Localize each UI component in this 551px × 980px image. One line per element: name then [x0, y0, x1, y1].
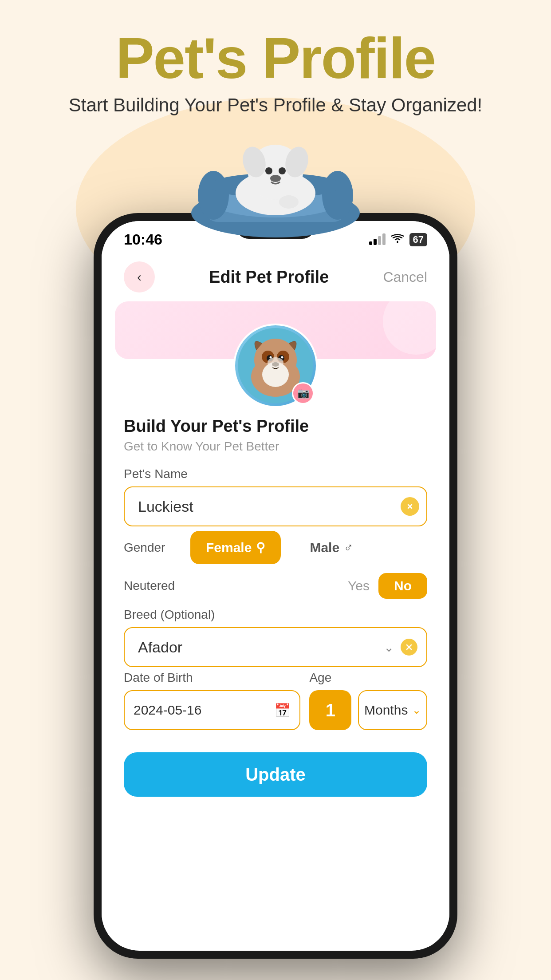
- svg-point-25: [268, 357, 283, 368]
- dob-value: 2024-05-16: [134, 703, 201, 718]
- cancel-button[interactable]: Cancel: [383, 269, 427, 285]
- age-unit-dropdown[interactable]: Months ⌄: [358, 690, 427, 730]
- nav-title: Edit Pet Profile: [209, 268, 329, 287]
- app-content: ‹ Edit Pet Profile Cancel: [102, 253, 449, 947]
- breed-clear-button[interactable]: [401, 639, 417, 656]
- neutered-toggle-group: Yes No: [348, 573, 427, 599]
- neutered-no-button[interactable]: No: [378, 573, 427, 599]
- date-section: Date of Birth 2024-05-16 📅: [124, 671, 300, 730]
- dob-input[interactable]: 2024-05-16 📅: [124, 690, 300, 730]
- neutered-row: Neutered Yes No: [124, 573, 427, 599]
- male-symbol-icon: ♂: [344, 541, 353, 555]
- date-age-row: Date of Birth 2024-05-16 📅 Age 1: [124, 671, 427, 730]
- age-section: Age 1 Months ⌄: [309, 671, 427, 730]
- phone-device: 10:46: [94, 213, 457, 959]
- nav-bar: ‹ Edit Pet Profile Cancel: [102, 253, 449, 301]
- camera-icon: 📷: [297, 387, 309, 399]
- form-subheading: Get to Know Your Pet Better: [124, 439, 427, 454]
- age-row: 1 Months ⌄: [309, 690, 427, 730]
- age-label: Age: [309, 671, 427, 685]
- svg-point-10: [265, 167, 272, 174]
- avatar-container: 📷: [233, 324, 318, 408]
- svg-point-12: [270, 175, 281, 182]
- back-arrow-icon: ‹: [137, 269, 142, 285]
- gender-male-button[interactable]: Male ♂: [294, 531, 369, 564]
- age-chevron-icon: ⌄: [412, 704, 421, 716]
- page-title: Pet's Profile: [0, 27, 551, 90]
- gender-female-button[interactable]: Female ⚲: [190, 531, 281, 564]
- form-section: Build Your Pet's Profile Get to Know You…: [102, 408, 449, 743]
- battery-icon: 67: [409, 233, 427, 246]
- update-button[interactable]: Update: [124, 752, 427, 797]
- update-button-label: Update: [245, 765, 306, 785]
- status-time: 10:46: [124, 231, 162, 248]
- svg-point-13: [279, 195, 299, 209]
- clear-icon: [406, 503, 413, 510]
- pet-name-label: Pet's Name: [124, 467, 427, 481]
- age-number-box[interactable]: 1: [309, 690, 351, 730]
- signal-icon: [369, 234, 386, 245]
- female-symbol-icon: ⚲: [256, 540, 265, 555]
- neutered-yes-button[interactable]: Yes: [348, 578, 370, 593]
- chevron-down-icon: ⌄: [384, 640, 394, 655]
- breed-label: Breed (Optional): [124, 608, 427, 622]
- svg-point-11: [279, 167, 286, 174]
- pet-name-field: Luckiest: [124, 486, 427, 526]
- calendar-icon: 📅: [274, 703, 291, 718]
- form-heading: Build Your Pet's Profile: [124, 417, 427, 436]
- header-section: Pet's Profile Start Building Your Pet's …: [0, 27, 551, 116]
- avatar-section: 📷: [102, 324, 449, 408]
- age-unit-value: Months: [364, 703, 408, 718]
- dob-label: Date of Birth: [124, 671, 300, 685]
- age-number-value: 1: [326, 700, 335, 720]
- gender-row: Gender Female ⚲ Male ♂: [124, 531, 427, 564]
- back-button[interactable]: ‹: [124, 261, 155, 292]
- wifi-icon: [391, 233, 404, 246]
- dog-illustration: [182, 107, 369, 240]
- camera-badge[interactable]: 📷: [292, 382, 314, 404]
- breed-dropdown[interactable]: Afador ⌄: [124, 627, 427, 667]
- svg-point-23: [281, 356, 283, 359]
- pet-name-input[interactable]: Luckiest: [124, 486, 427, 526]
- breed-value: Afador: [138, 639, 182, 656]
- status-icons: 67: [369, 233, 427, 246]
- pet-name-clear-button[interactable]: [401, 497, 419, 516]
- breed-clear-icon: [405, 644, 413, 651]
- breed-dropdown-controls: ⌄: [384, 639, 417, 656]
- neutered-label: Neutered: [124, 579, 348, 593]
- gender-label: Gender: [124, 541, 177, 555]
